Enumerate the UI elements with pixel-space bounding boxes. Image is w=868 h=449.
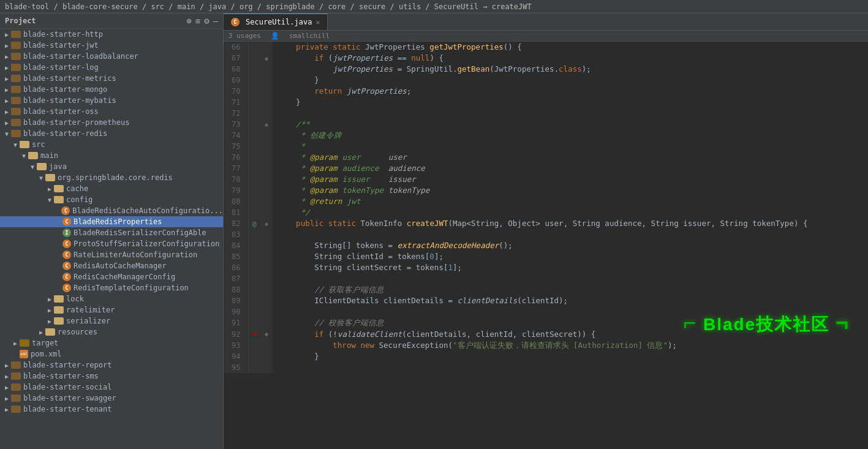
module-icon [11,53,21,60]
line-code[interactable]: // 校验客户端信息 [273,317,868,328]
line-code[interactable]: } [273,97,868,108]
layout-icon[interactable]: ≡ [195,16,200,26]
sidebar-item-RedisCacheManagerConfig[interactable]: CRedisCacheManagerConfig [0,271,223,282]
module-icon [11,86,21,93]
module-icon [11,31,21,38]
sidebar-item-blade-starter-jwt[interactable]: ▶blade-starter-jwt [0,40,223,51]
line-code[interactable]: IClientDetails clientDetails = clientDet… [273,295,868,306]
line-gutter2 [260,185,273,196]
line-gutter1 [248,262,260,273]
line-code[interactable]: if (!validateClient(clientDetails, clien… [273,328,868,340]
sidebar-item-blade-starter-redis[interactable]: ▼blade-starter-redis [0,128,223,139]
sidebar-item-lock[interactable]: ▶lock [0,293,223,304]
sidebar-item-BladeRedisCacheAutoConfiguration[interactable]: CBladeRedisCacheAutoConfiguratio... [0,205,223,216]
sidebar-item-serializer[interactable]: ▶serializer [0,315,223,326]
interface-icon: I [62,228,71,237]
line-code[interactable]: jwtProperties = SpringUtil.getBean(JwtPr… [273,64,868,75]
line-gutter2 [260,97,273,108]
line-code[interactable] [273,229,868,240]
editor-area: C SecureUtil.java ✕ 3 usages 👤 smallchil… [224,13,868,449]
line-gutter1 [248,141,260,152]
sidebar-item-src[interactable]: ▼src [0,139,223,150]
module-icon [11,64,21,71]
sidebar-item-blade-starter-social[interactable]: ▶blade-starter-social [0,382,223,393]
sidebar[interactable]: Project ⊕ ≡ ⚙ — ▶blade-starter-http▶blad… [0,13,224,449]
tree-item-label: BladeRedisCacheAutoConfiguratio... [72,206,223,215]
tab-label: SecureUtil.java [246,18,312,26]
sidebar-item-resources[interactable]: ▶resources [0,326,223,338]
sidebar-item-blade-starter-loadbalancer[interactable]: ▶blade-starter-loadbalancer [0,51,223,62]
sidebar-item-ProtoStuffSerializerConfiguration[interactable]: CProtoStuffSerializerConfiguration [0,238,223,249]
sidebar-item-blade-starter-report[interactable]: ▶blade-starter-report [0,360,223,371]
line-code[interactable]: String clientId = tokens[0]; [273,251,868,262]
sidebar-item-blade-starter-http[interactable]: ▶blade-starter-http [0,29,223,40]
line-code[interactable] [273,306,868,317]
table-row: 86 String clientSecret = tokens[1]; [224,262,868,273]
sidebar-item-org-pkg[interactable]: ▼org.springblade.core.redis [0,172,223,183]
line-code[interactable]: String clientSecret = tokens[1]; [273,262,868,273]
tree-item-label: blade-starter-oss [23,107,99,116]
sidebar-item-BladeRedisProperties[interactable]: CBladeRedisProperties [0,216,223,227]
line-code[interactable]: * 创建令牌 [273,130,868,141]
line-code[interactable]: * @param tokenType tokenType [273,185,868,196]
sidebar-item-blade-starter-oss[interactable]: ▶blade-starter-oss [0,106,223,117]
line-code[interactable]: * @param audience audience [273,163,868,174]
module-icon [11,383,21,391]
line-gutter2 [260,86,273,97]
line-code[interactable]: // 获取客户端信息 [273,284,868,295]
line-code[interactable] [273,108,868,119]
line-number: 93 [224,340,248,351]
sidebar-item-blade-starter-sms[interactable]: ▶blade-starter-sms [0,371,223,382]
sidebar-item-blade-starter-prometheus[interactable]: ▶blade-starter-prometheus [0,117,223,128]
sidebar-item-java[interactable]: ▼java [0,161,223,172]
sidebar-item-RateLimiterAutoConfiguration[interactable]: CRateLimiterAutoConfiguration [0,249,223,260]
sidebar-item-blade-starter-metrics[interactable]: ▶blade-starter-metrics [0,73,223,84]
chevron-icon: ▼ [11,141,20,148]
line-code[interactable]: return jwtProperties; [273,86,868,97]
line-code[interactable]: */ [273,207,868,218]
sidebar-item-main[interactable]: ▼main [0,150,223,161]
sidebar-item-blade-starter-log[interactable]: ▶blade-starter-log [0,62,223,73]
xml-icon: xml [20,350,28,358]
sidebar-item-cache[interactable]: ▶cache [0,183,223,194]
sidebar-item-RedisAutoCacheManager[interactable]: CRedisAutoCacheManager [0,260,223,271]
line-number: 86 [224,262,248,273]
sidebar-item-pom.xml[interactable]: xmlpom.xml [0,349,223,360]
line-code[interactable]: String[] tokens = extractAndDecodeHeader… [273,240,868,251]
sidebar-item-blade-starter-tenant[interactable]: ▶blade-starter-tenant [0,404,223,415]
tree-item-label: blade-starter-redis [23,129,107,138]
sidebar-item-blade-starter-swagger[interactable]: ▶blade-starter-swagger [0,393,223,404]
line-code[interactable]: throw new SecureException("客户端认证失败，请检查请求… [273,340,868,351]
close-icon[interactable]: — [213,16,218,26]
add-icon[interactable]: ⊕ [186,16,191,26]
sidebar-item-target[interactable]: ▶target [0,338,223,349]
line-code[interactable] [273,273,868,284]
line-code[interactable]: * @param user user [273,152,868,163]
chevron-icon: ▶ [2,86,11,93]
line-code[interactable]: private static JwtProperties getJwtPrope… [273,42,868,53]
tree-item-label: ratelimiter [66,306,115,314]
line-code[interactable]: if (jwtProperties == null) { [273,53,868,64]
line-code[interactable]: * @param issuer issuer [273,174,868,185]
line-code[interactable]: * [273,141,868,152]
code-editor[interactable]: 66 private static JwtProperties getJwtPr… [224,42,868,449]
sidebar-item-BladeRedisSerializerConfigAble[interactable]: IBladeRedisSerializerConfigAble [0,227,223,238]
line-code[interactable]: public static TokenInfo createJWT(Map<St… [273,218,868,229]
line-number: 77 [224,163,248,174]
sidebar-item-blade-starter-mybatis[interactable]: ▶blade-starter-mybatis [0,95,223,106]
line-code[interactable]: /** [273,119,868,130]
line-number: 71 [224,97,248,108]
line-code[interactable]: } [273,351,868,362]
chevron-icon: ▶ [2,42,11,49]
sidebar-item-ratelimiter[interactable]: ▶ratelimiter [0,304,223,315]
line-code[interactable]: * @return jwt [273,196,868,207]
line-code[interactable]: } [273,75,868,86]
settings-icon[interactable]: ⚙ [204,16,209,26]
sidebar-item-RedisTemplateConfiguration[interactable]: CRedisTemplateConfiguration [0,282,223,293]
table-row: 69 } [224,75,868,86]
tab-close-button[interactable]: ✕ [315,18,320,26]
sidebar-item-config[interactable]: ▼config [0,194,223,205]
tab-secureutiljava[interactable]: C SecureUtil.java ✕ [224,13,328,30]
line-code[interactable] [273,362,868,373]
sidebar-item-blade-starter-mongo[interactable]: ▶blade-starter-mongo [0,84,223,95]
